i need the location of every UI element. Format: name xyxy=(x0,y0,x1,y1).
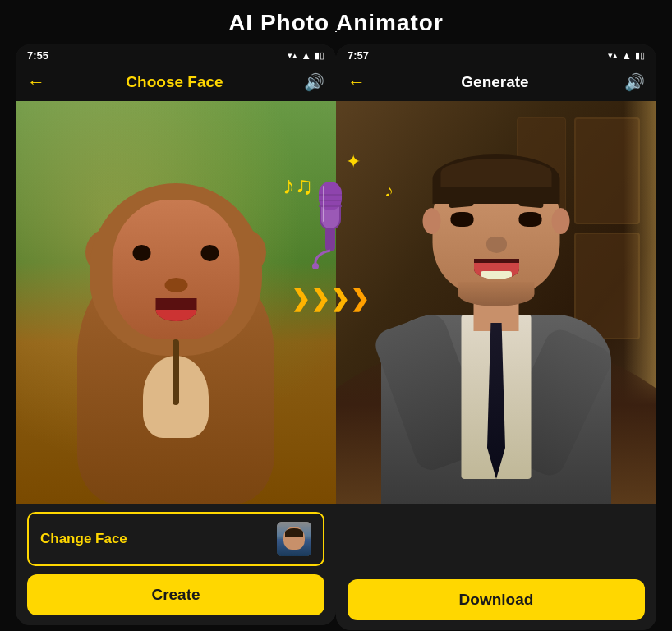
left-back-button[interactable]: ← xyxy=(27,71,45,93)
arrow-1-icon: ❯ xyxy=(291,285,310,312)
arrows-row: ❯ ❯ ❯ ❯ xyxy=(291,285,369,312)
right-wifi-icon: ▲ xyxy=(621,49,632,62)
arrow-4-icon: ❯ xyxy=(350,285,369,312)
right-status-bar: 7:57 ▾▴ ▲ ▮▯ xyxy=(336,44,656,65)
right-signal-icon: ▾▴ xyxy=(608,50,618,61)
left-bottom-area: Change Face Create xyxy=(16,504,336,625)
right-header-title: Generate xyxy=(461,73,528,91)
arrow-2-icon: ❯ xyxy=(311,285,329,312)
sparkle-icon: ✦ xyxy=(346,151,361,173)
right-battery-icon: ▮▯ xyxy=(635,50,645,61)
right-time: 7:57 xyxy=(348,49,369,62)
svg-point-6 xyxy=(312,263,319,269)
left-header-title: Choose Face xyxy=(126,73,223,91)
thumb-inner xyxy=(277,522,311,556)
suit-image xyxy=(336,101,656,504)
arrow-3-icon: ❯ xyxy=(330,285,349,312)
monkey-image xyxy=(16,101,336,504)
right-image-area xyxy=(336,101,656,504)
left-image-area xyxy=(16,101,336,504)
left-signal-icon: ▾▴ xyxy=(288,50,297,61)
right-sound-button[interactable]: 🔊 xyxy=(624,72,645,92)
svg-rect-5 xyxy=(325,228,335,251)
music-note-left-icon: ♪♫ xyxy=(283,172,314,200)
music-note-right-icon: ♪ xyxy=(384,180,394,201)
right-bottom-area: Download xyxy=(336,504,656,630)
left-battery-icon: ▮▯ xyxy=(315,50,324,61)
page-title: AI Photo Animator xyxy=(228,10,444,36)
left-sound-button[interactable]: 🔊 xyxy=(304,72,324,92)
left-status-bar: 7:55 ▾▴ ▲ ▮▯ xyxy=(16,44,336,65)
right-status-icons: ▾▴ ▲ ▮▯ xyxy=(608,49,645,62)
left-wifi-icon: ▲ xyxy=(301,49,311,62)
left-phone: 7:55 ▾▴ ▲ ▮▯ ← Choose Face 🔊 xyxy=(16,44,336,625)
right-back-button[interactable]: ← xyxy=(348,71,366,93)
change-face-label: Change Face xyxy=(40,531,127,547)
right-phone: 7:57 ▾▴ ▲ ▮▯ ← Generate 🔊 xyxy=(336,44,656,630)
left-time: 7:55 xyxy=(27,49,48,62)
change-face-button[interactable]: Change Face xyxy=(27,512,324,566)
download-button[interactable]: Download xyxy=(348,579,645,620)
face-thumbnail xyxy=(277,522,311,556)
phones-container: 7:55 ▾▴ ▲ ▮▯ ← Choose Face 🔊 xyxy=(16,44,656,630)
left-top-bar: ← Choose Face 🔊 xyxy=(16,65,336,101)
left-status-icons: ▾▴ ▲ ▮▯ xyxy=(288,49,324,62)
right-top-bar: ← Generate 🔊 xyxy=(336,65,656,101)
create-button[interactable]: Create xyxy=(27,574,324,615)
